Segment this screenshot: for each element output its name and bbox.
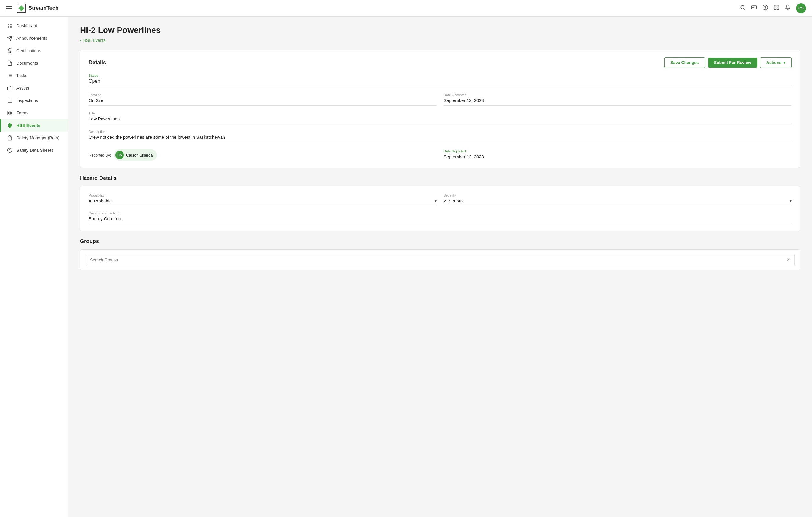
app-name: StreamTech — [28, 5, 59, 11]
inspections-icon — [7, 98, 13, 104]
title-label: Title — [89, 111, 791, 115]
title-value: Low Powerlines — [89, 116, 791, 121]
sidebar-label-announcements: Announcements — [16, 36, 48, 40]
safety-manager-icon — [7, 135, 13, 141]
sidebar-item-tasks[interactable]: Tasks — [0, 70, 68, 82]
sidebar-label-tasks: Tasks — [16, 73, 27, 78]
svg-point-3 — [753, 7, 754, 8]
sidebar-item-forms[interactable]: Forms — [0, 107, 68, 119]
sidebar-item-documents[interactable]: Documents — [0, 57, 68, 70]
logo-icon — [17, 4, 26, 13]
probability-dropdown-icon: ▾ — [435, 199, 436, 203]
page-title: HI-2 Low Powerlines — [80, 26, 800, 35]
date-reported-label: Date Reported — [444, 149, 791, 153]
hse-events-icon — [7, 123, 13, 128]
actions-chevron-icon: ▾ — [783, 60, 785, 65]
svg-rect-11 — [777, 8, 779, 10]
reporter-name: Carson Skjerdal — [126, 153, 154, 157]
hazard-details-title: Hazard Details — [80, 175, 800, 182]
breadcrumb-chevron-icon: ‹ — [80, 38, 82, 43]
submit-review-button[interactable]: Submit For Review — [708, 57, 757, 67]
sidebar-label-dashboard: Dashboard — [16, 23, 37, 28]
svg-rect-9 — [777, 5, 779, 7]
sidebar-item-assets[interactable]: Assets — [0, 82, 68, 94]
sidebar-item-announcements[interactable]: Announcements — [0, 32, 68, 45]
hazard-details-card: Probability A. Probable ▾ Severity 2. Se… — [80, 186, 800, 231]
date-observed-value: September 12, 2023 — [444, 98, 791, 103]
app-logo: StreamTech — [17, 4, 59, 13]
details-title: Details — [89, 60, 106, 66]
safety-data-sheets-icon — [7, 147, 13, 153]
location-field: Location On Site — [89, 93, 436, 106]
reported-by-label: Reported By: — [89, 153, 111, 157]
save-changes-button[interactable]: Save Changes — [664, 57, 705, 68]
severity-value-row: 2. Serious ▾ — [444, 198, 791, 203]
companies-value: Energy Core Inc. — [89, 216, 791, 221]
sidebar-label-safety-manager: Safety Manager (Beta) — [16, 135, 60, 140]
certifications-icon — [7, 48, 13, 54]
actions-button[interactable]: Actions ▾ — [760, 57, 791, 68]
top-navigation: StreamTech CS — [0, 0, 812, 17]
severity-field[interactable]: Severity 2. Serious ▾ — [444, 194, 791, 206]
user-avatar[interactable]: CS — [796, 3, 806, 13]
svg-rect-25 — [10, 111, 12, 112]
sidebar-item-dashboard[interactable]: Dashboard — [0, 20, 68, 32]
search-groups-input[interactable] — [90, 257, 786, 262]
sidebar-label-inspections: Inspections — [16, 98, 38, 103]
tasks-icon — [7, 73, 13, 79]
sidebar-label-safety-data-sheets: Safety Data Sheets — [16, 148, 53, 153]
svg-rect-24 — [8, 111, 9, 112]
status-label: Status — [89, 74, 791, 77]
svg-rect-27 — [10, 113, 12, 115]
breadcrumb-label: HSE Events — [83, 38, 106, 43]
probability-value-row: A. Probable ▾ — [89, 198, 436, 203]
date-observed-field: Date Observed September 12, 2023 — [444, 93, 791, 106]
clear-search-icon[interactable]: ✕ — [786, 257, 790, 263]
description-field: Description Crew noticed the powerlines … — [89, 130, 791, 142]
breadcrumb[interactable]: ‹ HSE Events — [80, 38, 800, 43]
sidebar-item-certifications[interactable]: Certifications — [0, 45, 68, 57]
topnav-right: CS — [740, 3, 806, 13]
probability-value: A. Probable — [89, 198, 112, 203]
probability-label: Probability — [89, 194, 436, 197]
bell-icon[interactable] — [785, 4, 791, 12]
help-icon[interactable] — [762, 4, 768, 12]
groups-section: Groups ✕ — [80, 238, 800, 270]
action-buttons: Save Changes Submit For Review Actions ▾ — [664, 57, 791, 68]
details-header: Details Save Changes Submit For Review A… — [89, 57, 791, 68]
sidebar-item-inspections[interactable]: Inspections — [0, 94, 68, 107]
sidebar-label-certifications: Certifications — [16, 48, 41, 53]
companies-field: Companies Involved Energy Core Inc. — [89, 211, 791, 224]
details-section: Details Save Changes Submit For Review A… — [80, 50, 800, 168]
app-body: Dashboard Announcements Certifications D… — [0, 17, 812, 517]
id-card-icon[interactable] — [751, 4, 757, 12]
forms-icon — [7, 110, 13, 116]
location-date-row: Location On Site Date Observed September… — [89, 93, 791, 106]
hamburger-menu[interactable] — [6, 6, 12, 10]
main-content: HI-2 Low Powerlines ‹ HSE Events Details… — [68, 17, 812, 517]
svg-rect-19 — [8, 87, 12, 90]
grid-icon[interactable] — [774, 4, 779, 12]
documents-icon — [7, 60, 13, 66]
title-field: Title Low Powerlines — [89, 111, 791, 124]
search-groups-container[interactable]: ✕ — [86, 254, 794, 266]
date-observed-label: Date Observed — [444, 93, 791, 97]
actions-label: Actions — [766, 60, 782, 65]
groups-title: Groups — [80, 238, 800, 245]
sidebar-label-assets: Assets — [16, 86, 29, 90]
assets-icon — [7, 85, 13, 91]
svg-rect-8 — [774, 5, 776, 7]
announcements-icon — [7, 35, 13, 41]
probability-field[interactable]: Probability A. Probable ▾ — [89, 194, 436, 206]
sidebar-item-safety-manager[interactable]: Safety Manager (Beta) — [0, 132, 68, 144]
severity-dropdown-icon: ▾ — [790, 199, 791, 203]
dashboard-icon — [7, 23, 13, 29]
sidebar-label-forms: Forms — [16, 111, 28, 115]
sidebar-item-safety-data-sheets[interactable]: Safety Data Sheets — [0, 144, 68, 157]
status-field: Status Open — [89, 74, 791, 87]
search-icon[interactable] — [740, 4, 746, 12]
hazard-details-section: Hazard Details Probability A. Probable ▾… — [80, 175, 800, 231]
sidebar-item-hse-events[interactable]: HSE Events — [0, 119, 68, 132]
reported-by-block: Reported By: CS Carson Skjerdal — [89, 149, 436, 161]
date-reported-block: Date Reported September 12, 2023 — [444, 149, 791, 159]
